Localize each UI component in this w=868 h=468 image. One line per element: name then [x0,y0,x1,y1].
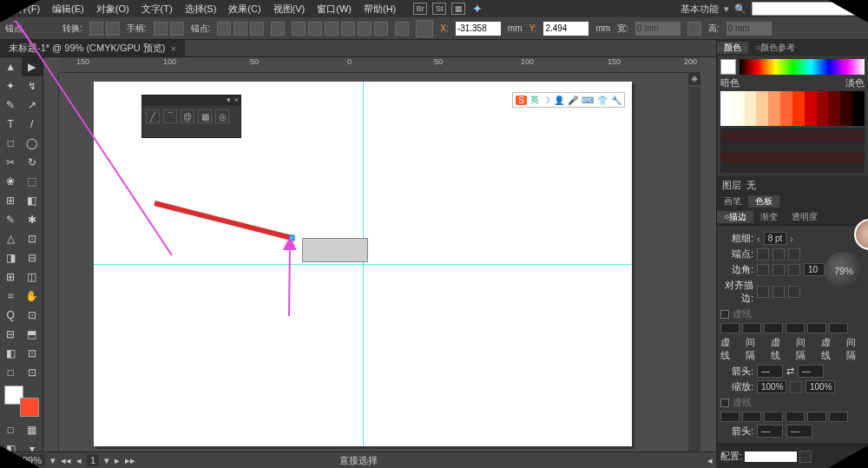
tool-button[interactable]: T [0,115,22,134]
dash-input[interactable] [720,323,740,333]
scroll-left-icon[interactable]: ◂ [707,455,713,466]
ime-lang[interactable]: 英 [530,94,539,106]
tool-button[interactable]: ⊟ [22,248,43,267]
skin-icon[interactable]: 👕 [597,96,608,105]
miter-limit-input[interactable]: 10 [804,263,825,276]
tool-button[interactable]: ⊡ [22,306,43,325]
menu-edit[interactable]: 编辑(E) [47,1,89,17]
swatch[interactable] [852,91,865,100]
dashed-checkbox[interactable] [720,399,729,407]
stroke-weight-input[interactable]: 8 pt [764,232,787,245]
align-icon[interactable] [358,22,372,36]
swatch[interactable] [805,109,817,117]
tool-button[interactable]: ⬒ [22,325,43,344]
tool-button[interactable]: ✎ [0,96,22,115]
swatch[interactable] [756,91,768,100]
next-icon[interactable]: ▸▸ [125,455,135,466]
dash-input[interactable] [829,412,848,422]
align-stroke-icon[interactable] [788,286,800,298]
tool-button[interactable]: ✂ [0,153,22,172]
dash-input[interactable] [786,323,805,333]
swatch[interactable] [852,117,865,126]
prev-icon[interactable]: ◂◂ [61,455,71,466]
tool-button[interactable]: ✎ [0,210,22,229]
dash-input[interactable] [742,323,761,333]
user-icon[interactable]: 👤 [554,96,564,105]
y-input[interactable]: 2.494 [543,22,589,36]
cap-butt-icon[interactable] [757,248,769,260]
profile-select[interactable] [745,452,797,462]
tool-button[interactable]: ◨ [0,248,22,267]
tool-button[interactable]: ⊟ [0,325,22,344]
swatch[interactable] [817,100,829,109]
tool-button[interactable]: ◫ [22,267,43,287]
tool-button[interactable]: ⊡ [22,344,43,363]
swatch[interactable] [780,117,792,126]
swatch[interactable] [720,117,733,126]
swatch[interactable] [780,109,792,117]
flip-icon[interactable] [799,451,812,463]
color-spectrum[interactable] [740,59,865,75]
dash-input[interactable] [742,412,761,422]
swatch[interactable] [768,91,780,100]
swatch[interactable] [768,117,780,126]
panel-close-icon[interactable]: × [234,96,239,106]
swatch[interactable] [828,91,840,100]
corner-icon[interactable] [788,264,800,276]
tip-select[interactable]: — [786,425,812,438]
swatch[interactable] [733,117,745,126]
swatch[interactable] [733,109,745,117]
swatch[interactable] [828,117,840,126]
tool-button[interactable]: ⬚ [22,172,43,191]
convert-corner-icon[interactable] [89,22,103,36]
swatch[interactable] [817,109,829,117]
color-guide-tab[interactable]: ○颜色参考 [748,42,802,54]
swatch[interactable] [745,91,757,100]
swatch[interactable] [733,100,745,109]
transparency-tab[interactable]: 透明度 [785,211,825,223]
swatch[interactable] [768,100,780,109]
gradient-tab[interactable]: 渐变 [753,211,785,223]
line-segment-panel[interactable]: ▾× ╱ ⌒ @ ▦ ◎ [141,95,241,138]
tool-button[interactable]: ✱ [22,210,43,229]
screen-mode-icon[interactable]: ▦ [22,420,43,439]
menu-object[interactable]: 对象(O) [91,1,135,17]
cap-round-icon[interactable] [773,248,785,260]
swatch[interactable] [756,100,768,109]
swatch[interactable] [852,100,865,109]
link-wh-icon[interactable] [687,22,701,36]
arc-tool-icon[interactable]: ⌒ [163,109,177,123]
swatch[interactable] [780,100,792,109]
canvas[interactable]: X: -31.36 mm Y: 2.49 mm ▾× ╱ ⌒ @ ▦ ◎ S 英… [59,73,700,452]
tool-button[interactable]: ⊡ [22,229,43,248]
tool-button[interactable]: ✋ [22,287,43,306]
ime-toolbar[interactable]: S 英 ☽ 👤 🎤 ⌨ 👕 🔧 [512,92,625,108]
align-icon[interactable] [308,22,322,36]
swatch[interactable] [720,100,733,109]
dash-input[interactable] [764,323,783,333]
dash-input[interactable] [764,412,783,422]
menu-effect[interactable]: 效果(C) [223,1,266,17]
polar-grid-icon[interactable]: ◎ [215,109,229,123]
tool-button[interactable]: ⊞ [0,191,22,210]
arrow-start-select[interactable]: — [757,365,783,378]
tool-button[interactable]: ⌗ [0,287,22,306]
swatch[interactable] [840,117,852,126]
swatch[interactable] [745,100,757,109]
tool-button[interactable]: ▶ [22,57,43,76]
menu-view[interactable]: 视图(V) [268,1,311,17]
stroke-tab[interactable]: ○描边 [717,211,753,223]
tool-button[interactable]: ↯ [22,76,43,96]
anchor-icon[interactable] [217,22,231,36]
link-icon[interactable] [790,381,802,393]
ref-point-icon[interactable] [416,20,433,37]
tool-button[interactable]: ⊡ [22,363,43,382]
screen-mode-icon[interactable]: □ [0,420,22,439]
bridge-button[interactable]: Br [413,3,427,15]
fill-stroke-swatch[interactable] [4,386,39,417]
swatch[interactable] [745,109,757,117]
tool-button[interactable]: ↗ [22,96,43,115]
swatch[interactable] [852,109,865,117]
swatch[interactable] [745,117,757,126]
anchor-icon[interactable] [233,22,247,36]
